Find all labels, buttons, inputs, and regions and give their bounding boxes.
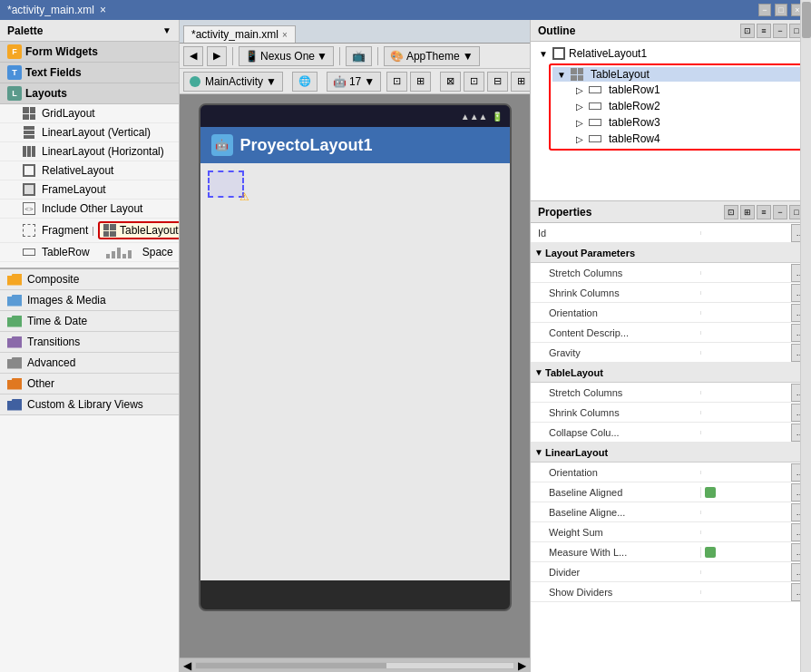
include-icon: <> <box>22 202 36 215</box>
prop-minimize[interactable]: − <box>773 205 787 219</box>
nav-forward-btn[interactable]: ▶ <box>207 46 227 66</box>
linearlayout-h-icon <box>22 145 36 158</box>
section-expand-icon-3: ▼ <box>534 447 545 457</box>
baseline-aligned-indicator <box>705 487 716 498</box>
h-scroll-thumb[interactable] <box>196 663 386 668</box>
layout-btn-4[interactable]: ⊞ <box>511 72 530 92</box>
tab-close-icon[interactable]: × <box>282 30 288 40</box>
canvas-area[interactable]: ▲▲▲ 🔋 🤖 ProyectoLayout1 ⚠ ◀ <box>180 94 530 672</box>
layout-selection-box[interactable]: ⚠ <box>208 170 244 198</box>
tablelayout-icon <box>103 224 116 237</box>
palette-collapse-icon[interactable]: ▼ <box>162 25 171 35</box>
layout-btn-1[interactable]: ⊠ <box>440 72 461 92</box>
section-other[interactable]: Other <box>0 374 179 394</box>
prop-row-divider: Divider … <box>531 562 811 582</box>
layout-size-1[interactable]: ⊡ <box>386 72 407 92</box>
locale-btn[interactable]: 🌐 <box>292 72 318 92</box>
relativelayout-icon <box>22 164 36 177</box>
app-icon: 🤖 <box>211 134 233 156</box>
prop-row-measure-with: Measure With L... … <box>531 542 811 562</box>
palette-item-tablelayout-highlight[interactable]: TableLayout <box>98 221 180 239</box>
prop-row-show-dividers: Show Dividers … <box>531 582 811 602</box>
prop-ctrl-2[interactable]: ⊞ <box>740 205 755 219</box>
outline-ctrl-2[interactable]: ≡ <box>757 24 771 38</box>
activity-selector[interactable]: MainActivity ▼ <box>183 72 283 92</box>
nav-back-btn[interactable]: ◀ <box>183 46 203 66</box>
prop-row-baseline-aligned: Baseline Aligned … <box>531 482 811 502</box>
activity-dropdown-icon: ▼ <box>266 75 277 88</box>
tree-toggle-row3[interactable]: ▷ <box>574 117 585 128</box>
android-api-icon: 🤖 <box>333 75 347 88</box>
prop-row-orientation-1: Orientation … <box>531 303 811 323</box>
prop-ctrl-1[interactable]: ⊡ <box>724 205 738 219</box>
other-icon <box>7 378 22 390</box>
tree-item-tablerow1[interactable]: ▷ tableRow1 <box>552 82 802 98</box>
outline-header: Outline ⊡ ≡ − □ <box>531 20 811 42</box>
section-composite[interactable]: Composite <box>0 269 179 290</box>
tree-item-relativelayout1[interactable]: ▼ RelativeLayout1 <box>534 45 807 62</box>
palette-item-tablerow[interactable]: TableRow Space <box>0 243 179 262</box>
canvas-scrollbar-h[interactable]: ◀ ▶ <box>180 657 530 672</box>
theme-selector[interactable]: 🎨 AppTheme ▼ <box>384 46 480 66</box>
section-layout-parameters[interactable]: ▼ Layout Parameters [] <box>531 243 811 263</box>
outline-minimize[interactable]: − <box>773 24 787 38</box>
activity-dot-icon <box>190 76 200 87</box>
prop-row-gravity: Gravity … <box>531 343 811 363</box>
section-layouts[interactable]: L Layouts <box>0 83 179 104</box>
section-linearlayout[interactable]: ▼ LinearLayout [] <box>531 443 811 463</box>
section-time-date[interactable]: Time & Date <box>0 311 179 332</box>
section-advanced[interactable]: Advanced <box>0 353 179 374</box>
prop-row-collapse-cols: Collapse Colu... … <box>531 423 811 443</box>
tree-toggle-table[interactable]: ▼ <box>556 69 567 80</box>
section-expand-icon: ▼ <box>534 248 545 258</box>
device-selector[interactable]: 📱 Nexus One ▼ <box>239 46 334 66</box>
app-title: ProyectoLayout1 <box>240 136 373 155</box>
section-custom-library[interactable]: Custom & Library Views <box>0 394 179 415</box>
screen-size-btn[interactable]: 📺 <box>346 46 372 66</box>
layout-size-2[interactable]: ⊞ <box>410 72 431 92</box>
tablerow3-icon <box>589 119 601 126</box>
section-images-media[interactable]: Images & Media <box>0 290 179 311</box>
prop-row-content-desc: Content Descrip... … <box>531 323 811 343</box>
tablerow2-icon <box>589 102 601 110</box>
properties-controls: ⊡ ⊞ ≡ − □ <box>724 205 804 219</box>
h-scroll-track[interactable] <box>195 662 514 669</box>
palette-item-linearlayout-h[interactable]: LinearLayout (Horizontal) <box>0 142 179 161</box>
outline-ctrl-1[interactable]: ⊡ <box>740 24 755 38</box>
close-icon[interactable]: × <box>100 4 106 16</box>
palette-item-fragment[interactable]: Fragment | TableLayout <box>0 219 179 243</box>
tree-toggle-row2[interactable]: ▷ <box>574 101 585 112</box>
section-transitions[interactable]: Transitions <box>0 332 179 353</box>
layout-btn-3[interactable]: ⊟ <box>487 72 508 92</box>
tree-item-tablerow2[interactable]: ▷ tableRow2 <box>552 98 802 114</box>
properties-table: Id … ▼ Layout Parameters [] Stretch Colu… <box>531 223 811 672</box>
prop-row-id: Id … <box>531 223 811 243</box>
properties-scrollbar-v[interactable] <box>800 201 811 672</box>
section-tablelayout[interactable]: ▼ TableLayout [] <box>531 363 811 383</box>
tree-toggle-row1[interactable]: ▷ <box>574 84 585 95</box>
api-selector[interactable]: 🤖 17 ▼ <box>327 72 381 92</box>
palette-item-linearlayout-v[interactable]: LinearLayout (Vertical) <box>0 123 179 142</box>
minimize-btn[interactable]: − <box>758 4 771 16</box>
second-toolbar: MainActivity ▼ 🌐 🤖 17 ▼ ⊡ ⊞ ⊠ ⊡ ⊟ ⊞ 🔍− 🔍… <box>180 69 530 94</box>
prop-ctrl-3[interactable]: ≡ <box>757 205 771 219</box>
layout-btn-2[interactable]: ⊡ <box>464 72 484 92</box>
section-form-widgets[interactable]: F Form Widgets <box>0 42 179 63</box>
right-panel: Outline ⊡ ≡ − □ ▼ RelativeLayout1 <box>530 20 811 672</box>
main-container: Palette ▼ F Form Widgets T Text Fields L… <box>0 20 811 672</box>
maximize-btn[interactable]: □ <box>775 4 787 16</box>
tree-item-tablerow3[interactable]: ▷ tableRow3 <box>552 114 802 131</box>
screen-icon: 📺 <box>352 50 366 63</box>
section-text-fields[interactable]: T Text Fields <box>0 63 179 83</box>
tree-toggle-relative[interactable]: ▼ <box>538 48 549 59</box>
tree-toggle-row4[interactable]: ▷ <box>574 133 585 144</box>
tree-item-tablelayout[interactable]: ▼ TableLayout <box>552 67 802 82</box>
palette-item-gridlayout[interactable]: GridLayout <box>0 104 179 123</box>
images-media-icon <box>7 295 22 307</box>
palette-item-relativelayout[interactable]: RelativeLayout <box>0 161 179 180</box>
palette-item-framelayout[interactable]: FrameLayout <box>0 180 179 200</box>
tree-item-tablerow4[interactable]: ▷ tableRow4 <box>552 131 802 147</box>
file-tab-activity-main[interactable]: *activity_main.xml × <box>183 25 296 43</box>
palette-item-include[interactable]: <> Include Other Layout <box>0 200 179 219</box>
window-title: *activity_main.xml <box>7 4 94 16</box>
